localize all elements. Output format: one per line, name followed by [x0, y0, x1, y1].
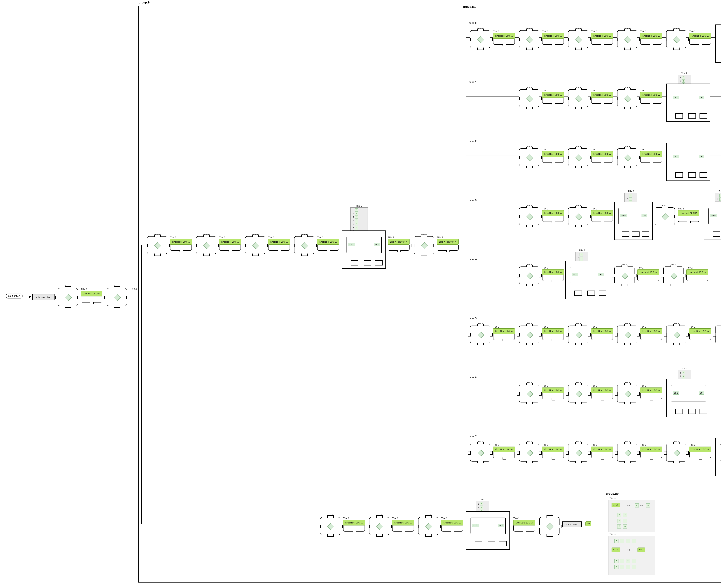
line-block[interactable]: Title 2Line: Next: 10 CHA [441, 517, 463, 531]
mux-block[interactable]: calc out [342, 230, 386, 269]
line-block[interactable]: Title 2Line: Next: 10 CHA [591, 148, 613, 163]
line-block[interactable]: Title 2Line: Next: 10 CHA [591, 30, 613, 45]
line-block[interactable]: Title 2Line: Next: 10 CHA [640, 385, 662, 399]
mux-block[interactable]: calc out [666, 84, 710, 122]
iter-block[interactable]: iter_i [568, 86, 588, 107]
highlight-chip[interactable]: out [585, 522, 592, 526]
line-block[interactable]: Title 2Line: Next: 10 CHA [591, 326, 613, 340]
iter-block[interactable]: iter_i [418, 514, 438, 535]
line-block[interactable]: Title 2Line: Next: 10 CHA [388, 236, 409, 251]
line-block[interactable]: Title 2Line: Next: 10 CHA [493, 444, 515, 458]
line-block[interactable]: Title 2Line: Next: 10 CHA [170, 236, 192, 251]
mux-block[interactable]: calc out [614, 202, 653, 240]
line-block[interactable]: Title 2Line: Next: 10 CHA [542, 207, 564, 222]
iter-block[interactable]: iter_i [666, 323, 686, 343]
iter-block[interactable]: iter_i [617, 86, 637, 107]
mux-block[interactable]: calc out [715, 24, 721, 63]
line-block[interactable]: Title 2Line: Next: 10 CHA [591, 444, 613, 458]
mux-block[interactable]: calc out [666, 379, 710, 417]
mux-block[interactable]: calc out [715, 438, 721, 476]
line-block[interactable]: Title 2Line: Next: 10 CHA [268, 236, 290, 251]
iter-block[interactable]: iter_i [147, 233, 167, 254]
line-block[interactable]: Title 2Line: Next: 10 CHA [686, 267, 708, 281]
mux-block[interactable]: calc out [704, 202, 721, 240]
iter-block[interactable]: iter_i [617, 323, 637, 343]
iter-block[interactable]: iter_i [568, 27, 588, 48]
iter-block[interactable]: iter_i [568, 146, 588, 166]
line-block[interactable]: Title 2Line: Next: 10 CHA [392, 517, 414, 531]
iter-block[interactable]: iter_i [539, 514, 560, 535]
line-block[interactable]: Title 2Line: Next: 10 CHA [591, 207, 613, 222]
iter-block[interactable]: iter_i [245, 233, 265, 254]
line-block[interactable]: Title 2 Line: Next: 10 CHA [81, 288, 102, 302]
line-block[interactable]: Title 2Line: Next: 10 CHA [591, 89, 613, 104]
iter-block[interactable]: iter_i [58, 285, 78, 306]
iter-block[interactable]: iter_i [568, 323, 588, 343]
iter-block[interactable]: iter_i [614, 264, 635, 285]
iter-block[interactable]: iter_i [617, 441, 637, 462]
line-block[interactable]: Title 2Line: Next: 10 CHA [640, 148, 662, 163]
line-block[interactable]: Title 2Line: Next: 10 CHA [542, 30, 564, 45]
line-block[interactable]: Title 2Line: Next: 10 CHA [437, 236, 459, 251]
line-block[interactable]: Title 2Line: Next: 10 CHA [542, 444, 564, 458]
mux-block[interactable]: calc out [565, 261, 609, 299]
iter-block[interactable]: iter_i [617, 146, 637, 166]
iter-block[interactable]: iter_i [617, 382, 637, 402]
line-block[interactable]: Title 2Line: Next: 10 CHA [678, 207, 699, 222]
iter-block[interactable]: iter_i [320, 514, 340, 535]
iter-block[interactable]: iter_i [715, 323, 721, 343]
iter-block[interactable]: iter_i [470, 441, 490, 462]
iter-block[interactable]: iter_i [519, 86, 539, 107]
iter-block[interactable]: iter_i [519, 264, 539, 285]
gm-panel[interactable]: Title_3 * + * - ALUP out AUP * + * + * -… [608, 536, 655, 575]
iter-block[interactable]: iter_i [519, 441, 539, 462]
iter-block[interactable]: iter_i [107, 285, 127, 306]
line-block[interactable]: Title 2Line: Next: 10 CHA [689, 326, 711, 340]
line-block[interactable]: Title 2Line: Next: 10 CHA [542, 267, 564, 281]
iter-block[interactable]: iter_i [196, 233, 216, 254]
start-node[interactable]: Start of flow [6, 294, 22, 298]
line-block[interactable]: Title 2Line: Next: 10 CHA [640, 444, 662, 458]
iter-block[interactable]: iter_i [519, 382, 539, 402]
line-block[interactable]: Title 2Line: Next: 10 CHA [343, 517, 365, 531]
line-block[interactable]: Title 2Line: Next: 10 CHA [689, 30, 711, 45]
line-block[interactable]: Title 2Line: Next: 10 CHA [637, 267, 659, 281]
iter-block[interactable]: iter_i [655, 205, 675, 225]
annotation-node[interactable]: after annotation [32, 294, 55, 300]
line-block[interactable]: Title 2Line: Next: 10 CHA [542, 385, 564, 399]
iter-block[interactable]: iter_i [519, 27, 539, 48]
line-block[interactable]: Title 2Line: Next: 10 CHA [513, 517, 535, 531]
line-block[interactable]: Title 2Line: Next: 10 CHA [542, 89, 564, 104]
iter-block[interactable]: iter_i [568, 441, 588, 462]
iter-block[interactable]: iter_i [666, 441, 686, 462]
mux-block[interactable]: calc out [466, 511, 510, 550]
iter-block[interactable]: iter_i [568, 205, 588, 225]
line-block[interactable]: Title 2Line: Next: 10 CHA [317, 236, 339, 251]
iter-block[interactable]: iter_i [369, 514, 389, 535]
line-block[interactable]: Title 2Line: Next: 10 CHA [493, 326, 515, 340]
gm-panel[interactable]: Title_3 ALUP out + out + * + * * - + [608, 500, 655, 532]
line-block[interactable]: Title 2Line: Next: 10 CHA [219, 236, 241, 251]
unconnected-node[interactable]: Unconnected [562, 522, 582, 527]
iter-block[interactable]: iter_i [470, 27, 490, 48]
line-block[interactable]: Title 2Line: Next: 10 CHA [640, 89, 662, 104]
line-block[interactable]: Title 2Line: Next: 10 CHA [493, 30, 515, 45]
expr-stack[interactable]: Title 2 1* 2+ [715, 190, 721, 202]
line-block[interactable]: Title 2Line: Next: 10 CHA [542, 326, 564, 340]
line-block[interactable]: Title 2Line: Next: 10 CHA [640, 30, 662, 45]
iter-block[interactable]: iter_i [663, 264, 683, 285]
iter-block[interactable]: iter_i [414, 233, 434, 254]
iter-block[interactable]: iter_i [519, 323, 539, 343]
mux-block[interactable]: calc out [666, 143, 710, 181]
line-block[interactable]: Title 2Line: Next: 10 CHA [591, 385, 613, 399]
iter-block[interactable]: iter_i [519, 205, 539, 225]
iter-block[interactable]: iter_i [470, 323, 490, 343]
line-block[interactable]: Title 2Line: Next: 10 CHA [542, 148, 564, 163]
iter-block[interactable]: iter_i [568, 382, 588, 402]
line-block[interactable]: Title 2Line: Next: 10 CHA [689, 444, 711, 458]
iter-block[interactable]: iter_i [519, 146, 539, 166]
iter-block[interactable]: iter_i [666, 27, 686, 48]
iter-block[interactable]: iter_i [294, 233, 314, 254]
line-block[interactable]: Title 2Line: Next: 10 CHA [640, 326, 662, 340]
iter-block[interactable]: iter_i [617, 27, 637, 48]
